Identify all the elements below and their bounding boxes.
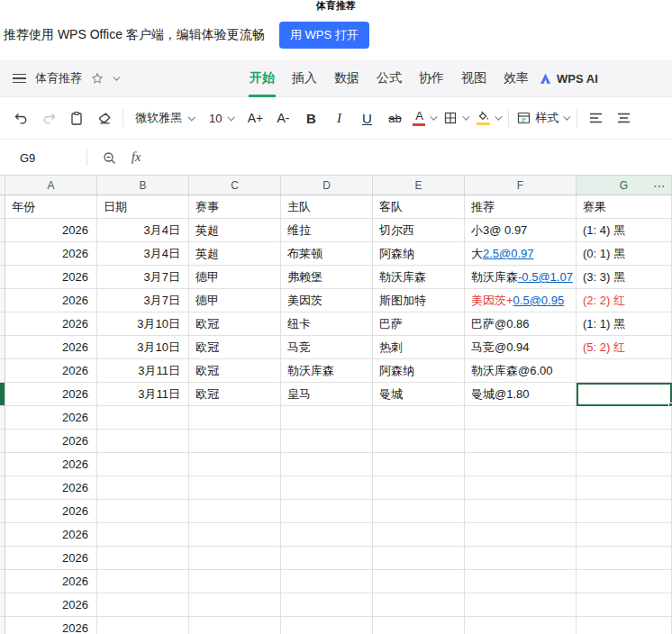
cell-year[interactable]: 2026 <box>5 242 97 266</box>
cell-empty[interactable] <box>281 547 373 570</box>
cell-empty[interactable] <box>577 617 672 634</box>
cell-date[interactable]: 3月4日 <box>97 219 189 242</box>
cell-empty[interactable] <box>577 570 672 593</box>
cell-empty[interactable] <box>577 593 672 617</box>
cell-empty[interactable] <box>281 430 373 453</box>
cell-result[interactable]: (0: 1) 黑 <box>577 242 672 266</box>
undo-button[interactable] <box>11 106 31 130</box>
cell-league[interactable]: 德甲 <box>189 289 281 312</box>
column-header-B[interactable]: B <box>97 176 189 195</box>
cell-year[interactable]: 2026 <box>5 453 97 476</box>
cell-empty[interactable] <box>465 453 577 476</box>
cell-empty[interactable] <box>189 430 281 453</box>
cell-result[interactable]: (1: 1) 黑 <box>577 312 672 336</box>
cell-result[interactable]: (1: 4) 黑 <box>577 219 672 242</box>
cell-recommendation[interactable]: 巴萨@0.86 <box>465 312 577 336</box>
column-header-F[interactable]: F <box>465 176 577 195</box>
cell-year[interactable]: 2026 <box>5 312 97 336</box>
odds-link[interactable]: -0.5@1.07 <box>518 270 573 284</box>
cell-away[interactable]: 切尔西 <box>373 219 465 242</box>
cell-recommendation[interactable]: 大2.5@0.97 <box>465 242 577 266</box>
cell-year[interactable]: 2026 <box>5 266 97 289</box>
cell-empty[interactable] <box>97 453 189 476</box>
cell-year[interactable]: 2026 <box>5 570 97 593</box>
cell-date[interactable]: 3月7日 <box>97 266 189 289</box>
cell-date[interactable]: 3月10日 <box>97 336 189 359</box>
header-cell-away[interactable]: 客队 <box>373 195 465 219</box>
header-cell-league[interactable]: 赛事 <box>189 195 281 219</box>
eraser-button[interactable] <box>95 106 114 130</box>
cell-empty[interactable] <box>577 476 672 500</box>
selection-box[interactable] <box>577 383 672 406</box>
cell-league[interactable]: 德甲 <box>189 266 281 289</box>
cell-empty[interactable] <box>465 500 577 523</box>
cell-recommendation[interactable]: 小3@ 0.97 <box>465 219 577 242</box>
cell-recommendation[interactable]: 曼城@1.80 <box>465 383 577 406</box>
cell-league[interactable]: 英超 <box>189 242 281 266</box>
cell-home[interactable]: 弗赖堡 <box>281 266 373 289</box>
cell-empty[interactable] <box>97 593 189 617</box>
cell-away[interactable]: 勒沃库森 <box>373 266 465 289</box>
font-color-button[interactable]: A <box>413 110 435 126</box>
title-chevron-down-icon[interactable] <box>113 73 120 80</box>
font-size-select[interactable]: 10 <box>205 106 237 130</box>
cell-empty[interactable] <box>373 547 465 570</box>
cell-date[interactable]: 3月7日 <box>97 289 189 312</box>
cell-empty[interactable] <box>97 547 189 570</box>
cell-empty[interactable] <box>373 476 465 500</box>
cell-empty[interactable] <box>97 523 189 547</box>
cell-empty[interactable] <box>465 617 577 634</box>
cell-year[interactable]: 2026 <box>5 500 97 523</box>
cell-year[interactable]: 2026 <box>5 523 97 547</box>
cell-league[interactable]: 欧冠 <box>189 312 281 336</box>
ribbon-tab-6[interactable]: 视图 <box>460 59 487 97</box>
bold-button[interactable]: B <box>301 106 321 130</box>
cell-recommendation[interactable]: 美因茨+0.5@0.95 <box>465 289 577 312</box>
cell-league[interactable]: 欧冠 <box>189 383 281 406</box>
column-header-C[interactable]: C <box>189 176 281 195</box>
cell-year[interactable]: 2026 <box>5 359 97 383</box>
cell-empty[interactable] <box>373 523 465 547</box>
cell-result[interactable]: (2: 2) 红 <box>577 289 672 312</box>
cell-home[interactable]: 马竞 <box>281 336 373 359</box>
cell-away[interactable]: 巴萨 <box>373 312 465 336</box>
ribbon-tab-3[interactable]: 数据 <box>333 59 360 97</box>
cell-empty[interactable] <box>577 430 672 453</box>
cell-year[interactable]: 2026 <box>5 336 97 359</box>
cell-recommendation[interactable]: 勒沃库森@6.00 <box>465 359 577 383</box>
align-center-button[interactable] <box>613 106 633 130</box>
cell-year[interactable]: 2026 <box>5 406 97 430</box>
cell-date[interactable]: 3月4日 <box>97 242 189 266</box>
cell-empty[interactable] <box>577 547 672 570</box>
cell-away[interactable]: 阿森纳 <box>373 242 465 266</box>
more-columns-button[interactable]: ⋯ <box>653 176 667 195</box>
cell-empty[interactable] <box>281 523 373 547</box>
cell-empty[interactable] <box>97 406 189 430</box>
odds-link[interactable]: 2.5@0.97 <box>483 247 534 260</box>
cell-away[interactable]: 斯图加特 <box>373 289 465 312</box>
header-cell-year[interactable]: 年份 <box>5 195 97 219</box>
cell-empty[interactable] <box>281 476 373 500</box>
fill-handle[interactable] <box>668 403 672 407</box>
cell-result[interactable] <box>577 359 672 383</box>
paste-button[interactable] <box>67 106 86 130</box>
cell-empty[interactable] <box>97 570 189 593</box>
cell-empty[interactable] <box>189 406 281 430</box>
cell-recommendation[interactable]: 马竞@0.94 <box>465 336 577 359</box>
column-header-E[interactable]: E <box>373 176 465 195</box>
align-left-button[interactable] <box>586 106 605 130</box>
cell-year[interactable]: 2026 <box>5 383 97 406</box>
ribbon-tab-5[interactable]: 协作 <box>418 59 445 97</box>
ribbon-tab-1[interactable]: 开始 <box>249 59 276 97</box>
underline-button[interactable]: U <box>357 106 377 130</box>
cell-year[interactable]: 2026 <box>5 219 97 242</box>
ribbon-tab-7[interactable]: 效率 <box>503 59 530 97</box>
cell-empty[interactable] <box>465 523 577 547</box>
cell-league[interactable]: 英超 <box>189 219 281 242</box>
cell-date[interactable]: 3月10日 <box>97 312 189 336</box>
cell-empty[interactable] <box>281 453 373 476</box>
header-cell-home[interactable]: 主队 <box>281 195 373 219</box>
hamburger-menu-icon[interactable] <box>13 74 26 84</box>
insert-function-button[interactable]: fx <box>132 150 141 165</box>
cell-empty[interactable] <box>373 453 465 476</box>
